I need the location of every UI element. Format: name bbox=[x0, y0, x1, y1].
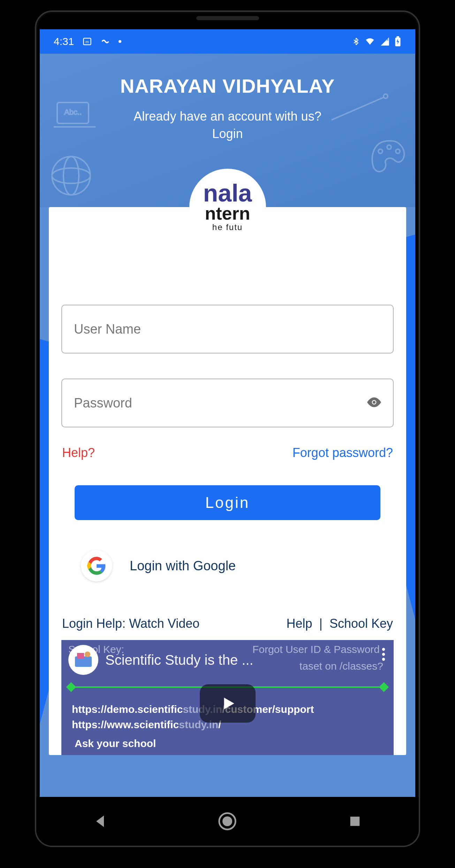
svg-text:Abc..: Abc.. bbox=[64, 108, 82, 116]
forgot-password-link[interactable]: Forgot password? bbox=[293, 446, 393, 460]
svg-point-21 bbox=[382, 658, 385, 661]
video-menu-button[interactable] bbox=[382, 648, 385, 662]
nav-back-button[interactable] bbox=[90, 811, 111, 832]
svg-text:x: x bbox=[387, 37, 389, 41]
svg-point-13 bbox=[396, 149, 400, 153]
google-login-label: Login with Google bbox=[130, 558, 236, 573]
play-icon bbox=[219, 695, 236, 712]
header: Abc.. NARAYAN VIDHYALAY Already have an … bbox=[40, 54, 415, 207]
svg-rect-17 bbox=[77, 653, 84, 658]
nav-recent-button[interactable] bbox=[344, 811, 365, 832]
logo-text-1: nala bbox=[203, 182, 252, 204]
device-speaker bbox=[196, 16, 259, 20]
video-channel-avatar bbox=[68, 645, 98, 675]
video-title: Scientific Study is the ... bbox=[105, 652, 253, 668]
logo-text-3: he futu bbox=[212, 222, 243, 232]
video-ask-text: Ask your school bbox=[61, 738, 394, 749]
status-bar: 4:31 m x bbox=[40, 29, 415, 54]
wifi-icon bbox=[364, 37, 376, 46]
school-logo: nala ntern he futu bbox=[189, 169, 266, 245]
recent-square-icon bbox=[348, 814, 362, 828]
status-dot-icon bbox=[119, 40, 121, 43]
help-video-panel[interactable]: School Key: Forgot User ID & Password ta… bbox=[61, 640, 394, 755]
password-input[interactable] bbox=[74, 396, 381, 411]
subtitle-line-2: Login bbox=[212, 127, 243, 141]
username-input[interactable] bbox=[74, 322, 381, 337]
vertical-dots-icon bbox=[382, 648, 385, 661]
status-time: 4:31 bbox=[54, 36, 74, 47]
status-app-icon-1: m bbox=[82, 37, 92, 46]
android-nav-bar bbox=[36, 797, 419, 846]
svg-point-8 bbox=[52, 168, 90, 183]
svg-point-23 bbox=[222, 816, 232, 826]
subtitle-line-1: Already have an account with us? bbox=[134, 109, 321, 123]
svg-point-10 bbox=[384, 94, 388, 98]
google-icon bbox=[81, 550, 112, 581]
status-app-icon-2 bbox=[100, 37, 110, 46]
signal-icon: x bbox=[380, 37, 390, 46]
watch-video-link[interactable]: Login Help: Watch Video bbox=[62, 616, 199, 631]
doodle-laptop-icon: Abc.. bbox=[50, 99, 99, 137]
separator: | bbox=[319, 616, 323, 631]
svg-text:m: m bbox=[86, 39, 89, 44]
svg-point-18 bbox=[85, 652, 90, 657]
back-triangle-icon bbox=[92, 814, 108, 829]
login-button[interactable]: Login bbox=[75, 485, 380, 520]
video-play-button[interactable] bbox=[200, 684, 256, 723]
secondary-help-link[interactable]: Help bbox=[286, 616, 312, 631]
password-field-wrap[interactable] bbox=[61, 379, 394, 427]
logo-text-2: ntern bbox=[205, 204, 250, 222]
doodle-globe-icon bbox=[47, 151, 96, 200]
bluetooth-icon bbox=[352, 37, 360, 46]
svg-point-20 bbox=[382, 653, 385, 656]
svg-point-9 bbox=[63, 157, 79, 195]
svg-point-19 bbox=[382, 648, 385, 651]
home-circle-icon bbox=[218, 812, 237, 831]
eye-icon bbox=[366, 394, 382, 411]
toggle-password-visibility-button[interactable] bbox=[366, 394, 382, 412]
login-card: Help? Forgot password? Login Login with … bbox=[49, 207, 406, 755]
battery-icon bbox=[394, 36, 401, 47]
school-key-link[interactable]: School Key bbox=[329, 616, 393, 631]
doodle-pen-icon bbox=[325, 92, 394, 127]
svg-rect-4 bbox=[396, 36, 399, 38]
doodle-palette-icon bbox=[366, 137, 412, 179]
svg-point-7 bbox=[52, 157, 90, 195]
nav-home-button[interactable] bbox=[217, 811, 238, 832]
google-login-button[interactable]: Login with Google bbox=[61, 550, 394, 581]
svg-point-15 bbox=[373, 401, 376, 404]
help-link[interactable]: Help? bbox=[62, 446, 95, 460]
svg-point-11 bbox=[378, 149, 382, 153]
svg-rect-24 bbox=[350, 817, 360, 826]
username-field-wrap[interactable] bbox=[61, 305, 394, 353]
svg-point-12 bbox=[387, 145, 391, 149]
